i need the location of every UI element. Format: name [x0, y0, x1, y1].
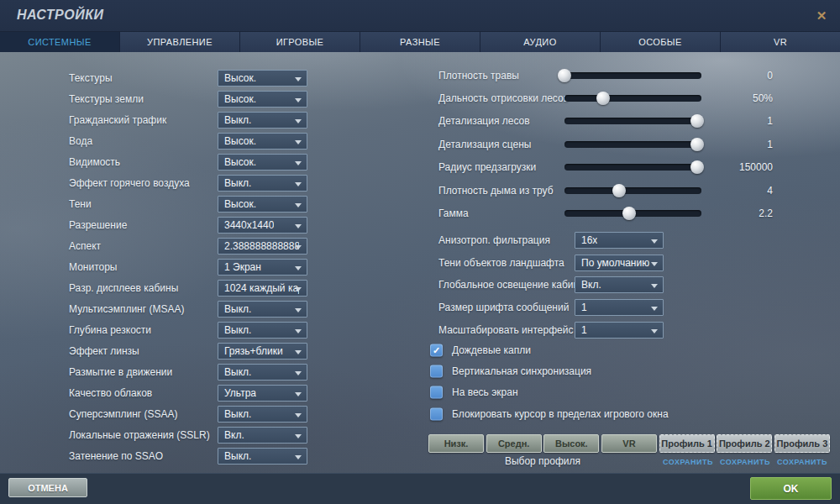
profile-button[interactable]: Профиль 2 [717, 434, 772, 453]
dropdown[interactable]: Высок. [218, 133, 307, 150]
dropdown-value: Вкл. [575, 279, 601, 291]
setting-row: Мультисэмплинг (MSAA) Выкл. [0, 298, 420, 319]
chevron-down-icon [295, 140, 302, 144]
slider-handle[interactable] [612, 184, 626, 197]
checkbox-list: ✓ Дождевые капли Вертикальная синхрониза… [420, 339, 840, 424]
dropdown[interactable]: По умолчанию [575, 255, 664, 271]
slider-handle[interactable] [690, 114, 704, 128]
setting-row: Видимость Высок. [0, 151, 420, 172]
setting-row: Масштабировать интерфейс 1 [420, 318, 840, 341]
dropdown[interactable]: 3440x1440 [218, 217, 307, 234]
save-links-row: СОХРАНИТЬ СОХРАНИТЬ СОХРАНИТЬ [660, 458, 830, 466]
dropdown[interactable]: 1 [575, 322, 664, 339]
check-icon [430, 407, 443, 420]
chevron-down-icon [295, 77, 302, 81]
dropdown[interactable]: Выкл. [218, 406, 307, 423]
cancel-button[interactable]: ОТМЕНА [8, 478, 87, 497]
setting-row: Глубина резкости Выкл. [0, 319, 420, 340]
chevron-down-icon [295, 266, 302, 270]
chevron-down-icon [295, 434, 302, 438]
dropdown[interactable]: Выкл. [218, 448, 307, 465]
chevron-down-icon [295, 329, 302, 333]
tab[interactable]: СИСТЕМНЫЕ [0, 32, 120, 52]
save-profile-link[interactable]: СОХРАНИТЬ [660, 458, 716, 466]
checkbox-row: Вертикальная синхронизация [420, 360, 840, 381]
dropdown-value: Выкл. [218, 324, 251, 336]
graphics-settings-list: Текстуры Высок. Текстуры земли Высок. Гр… [0, 67, 420, 466]
dropdown-value: Высок. [218, 198, 256, 210]
dropdown-value: 1024 каждый кадр [218, 282, 299, 294]
slider-handle[interactable] [622, 207, 636, 220]
dropdown[interactable]: Выкл. [218, 112, 307, 129]
slider-value: 0 [722, 70, 773, 81]
ok-button[interactable]: OK [750, 477, 832, 500]
checkbox-row: ✓ Дождевые капли [420, 339, 840, 360]
save-profile-link[interactable]: СОХРАНИТЬ [774, 458, 830, 466]
tab[interactable]: ИГРОВЫЕ [240, 32, 360, 52]
tab[interactable]: УПРАВЛЕНИЕ [120, 32, 240, 52]
setting-label: Глубина резкости [69, 324, 151, 336]
dropdown-value: 1 Экран [218, 261, 261, 273]
dropdown[interactable]: Высок. [218, 196, 307, 213]
slider-track[interactable] [564, 72, 701, 79]
dropdown[interactable]: Выкл. [218, 322, 307, 339]
preset-button[interactable]: Средн. [486, 434, 542, 453]
slider-handle[interactable] [690, 160, 704, 174]
dropdown[interactable]: Грязь+блики [218, 343, 307, 360]
chevron-down-icon [295, 224, 302, 228]
setting-row: Эффект горячего воздуха Выкл. [0, 172, 420, 193]
tab[interactable]: ОСОБЫЕ [601, 32, 721, 52]
check-icon: ✓ [430, 344, 443, 356]
slider-handle[interactable] [690, 138, 704, 151]
checkbox[interactable] [430, 407, 443, 420]
checkbox[interactable] [430, 386, 443, 399]
slider-track[interactable] [564, 95, 701, 102]
dropdown[interactable]: Вкл. [218, 427, 307, 444]
slider-track[interactable] [564, 187, 701, 194]
tab-label: VR [774, 37, 787, 47]
save-profile-link[interactable]: СОХРАНИТЬ [717, 458, 773, 466]
slider-handle[interactable] [558, 69, 571, 82]
dropdown[interactable]: Высок. [218, 70, 307, 87]
chevron-down-icon [295, 413, 302, 417]
profile-button[interactable]: Профиль 1 [659, 434, 715, 453]
dropdown[interactable]: 1024 каждый кадр [218, 280, 307, 297]
slider-row: Детализация сцены 1 [420, 133, 840, 155]
profile-button[interactable]: Профиль 3 [774, 434, 830, 453]
slider-track[interactable] [564, 210, 701, 217]
dropdown[interactable]: 1 [575, 299, 664, 316]
slider-label: Гамма [438, 207, 469, 219]
chevron-down-icon [295, 308, 302, 312]
setting-row: Вода Высок. [0, 130, 420, 151]
slider-track[interactable] [564, 118, 701, 124]
checkbox-label: Дождевые капли [452, 344, 531, 356]
tab-label: ИГРОВЫЕ [276, 37, 324, 47]
setting-row: Разрешение 3440x1440 [0, 214, 420, 235]
dropdown[interactable]: 1 Экран [218, 259, 307, 276]
preset-button[interactable]: VR [601, 434, 657, 453]
checkbox[interactable]: ✓ [430, 344, 443, 356]
dropdown[interactable]: 16x [575, 232, 664, 249]
dropdown-value: 16x [575, 234, 597, 246]
checkbox[interactable] [430, 365, 443, 377]
tab[interactable]: РАЗНЫЕ [360, 32, 480, 52]
preset-button[interactable]: Низк. [428, 434, 484, 453]
settings-window: НАСТРОЙКИ ✕ СИСТЕМНЫЕ УПРАВЛЕНИЕ ИГРОВЫЕ… [0, 0, 840, 504]
checkbox-row: На весь экран [420, 382, 840, 403]
dropdown[interactable]: Ультра [218, 385, 307, 402]
dropdown[interactable]: Высок. [218, 154, 307, 171]
preset-button[interactable]: Высок. [543, 434, 599, 453]
slider-track[interactable] [564, 141, 701, 148]
tab[interactable]: VR [721, 32, 840, 52]
dropdown[interactable]: Выкл. [218, 364, 307, 381]
close-icon[interactable]: ✕ [813, 8, 830, 24]
dropdown[interactable]: 2.3888888888889 [218, 238, 307, 255]
dropdown[interactable]: Выкл. [218, 301, 307, 318]
slider-track[interactable] [564, 164, 701, 171]
dropdown[interactable]: Вкл. [575, 276, 664, 293]
tab[interactable]: АУДИО [480, 32, 601, 52]
slider-handle[interactable] [596, 92, 610, 105]
dropdown[interactable]: Высок. [218, 91, 307, 108]
setting-row: Размытие в движении Выкл. [0, 361, 420, 382]
dropdown[interactable]: Выкл. [218, 175, 307, 192]
